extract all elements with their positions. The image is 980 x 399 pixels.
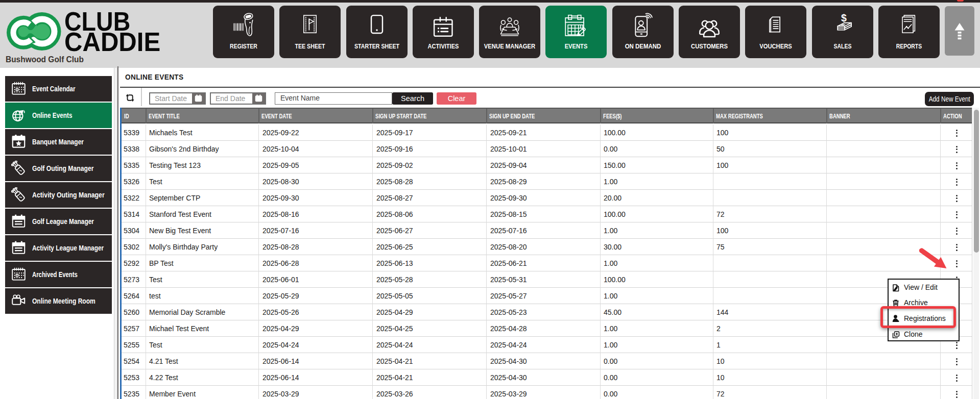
- svg-text:$: $: [841, 12, 847, 23]
